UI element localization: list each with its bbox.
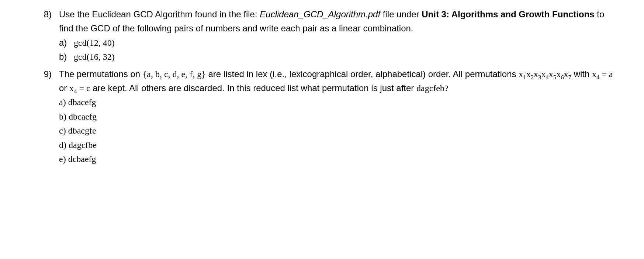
- q8-sub-b: b) gcd(16, 32): [59, 50, 614, 64]
- q8-text-1: Use the Euclidean GCD Algorithm found in…: [59, 9, 260, 19]
- q9-set: {a, b, c, d, e, f, g}: [143, 69, 206, 79]
- q9-vars: x1x2x3x4x5x6x7: [519, 69, 571, 79]
- c1e: = a: [599, 69, 613, 79]
- s5: 5: [553, 73, 556, 80]
- q9-opt-d: d) dagcfbe: [59, 138, 614, 152]
- q9-cond1: x4 = a: [592, 69, 613, 79]
- q8-sub-a-label: a): [59, 36, 74, 50]
- q9-opt-b: b) dbcaefg: [59, 110, 614, 124]
- q9-opt-e: e) dcbaefg: [59, 152, 614, 166]
- question-8-body: Use the Euclidean GCD Algorithm found in…: [59, 7, 614, 64]
- q9-text-3: with: [571, 69, 592, 79]
- q9-target: dagcfeb?: [416, 83, 449, 93]
- x5: x: [549, 69, 553, 79]
- q9-opt-a: a) dbacefg: [59, 95, 614, 109]
- c2x: x: [69, 83, 74, 93]
- q8-sub-b-label: b): [59, 50, 74, 64]
- x6: x: [556, 69, 561, 79]
- q9-cond2: x4 = c: [69, 83, 90, 93]
- q9-opt-c: c) dbacgfe: [59, 124, 614, 138]
- q9-text-4: are kept. All others are discarded. In t…: [90, 83, 416, 93]
- question-8: 8) Use the Euclidean GCD Algorithm found…: [30, 7, 614, 64]
- q9-text-2: are listed in lex (i.e., lexicographical…: [206, 69, 519, 79]
- x4: x: [541, 69, 546, 79]
- x3: x: [534, 69, 538, 79]
- x2: x: [526, 69, 531, 79]
- c2e: = c: [77, 83, 90, 93]
- question-9: 9) The permutations on {a, b, c, d, e, f…: [30, 67, 614, 166]
- question-8-text: Use the Euclidean GCD Algorithm found in…: [59, 7, 614, 36]
- q8-sub-a-text: gcd(12, 40): [74, 36, 614, 50]
- q8-text-2: file under: [380, 9, 422, 19]
- s4: 4: [546, 73, 548, 80]
- s1: 1: [523, 73, 526, 80]
- c1x: x: [592, 69, 596, 79]
- q9-text-1: The permutations on: [59, 69, 143, 79]
- question-9-number: 9): [30, 67, 59, 166]
- question-8-number: 8): [30, 7, 59, 64]
- x7: x: [564, 69, 568, 79]
- q8-filename: Euclidean_GCD_Algorithm.pdf: [260, 9, 380, 19]
- q8-sub-a: a) gcd(12, 40): [59, 36, 614, 50]
- q8-sub-b-text: gcd(16, 32): [74, 50, 614, 64]
- s6: 6: [561, 73, 564, 80]
- q9-or: or: [59, 83, 69, 93]
- question-9-text: The permutations on {a, b, c, d, e, f, g…: [59, 67, 614, 96]
- s2: 2: [531, 73, 534, 80]
- q8-unit-title: Unit 3: Algorithms and Growth Functions: [422, 9, 594, 19]
- x1: x: [519, 69, 523, 79]
- question-9-body: The permutations on {a, b, c, d, e, f, g…: [59, 67, 614, 166]
- s7: 7: [568, 73, 571, 80]
